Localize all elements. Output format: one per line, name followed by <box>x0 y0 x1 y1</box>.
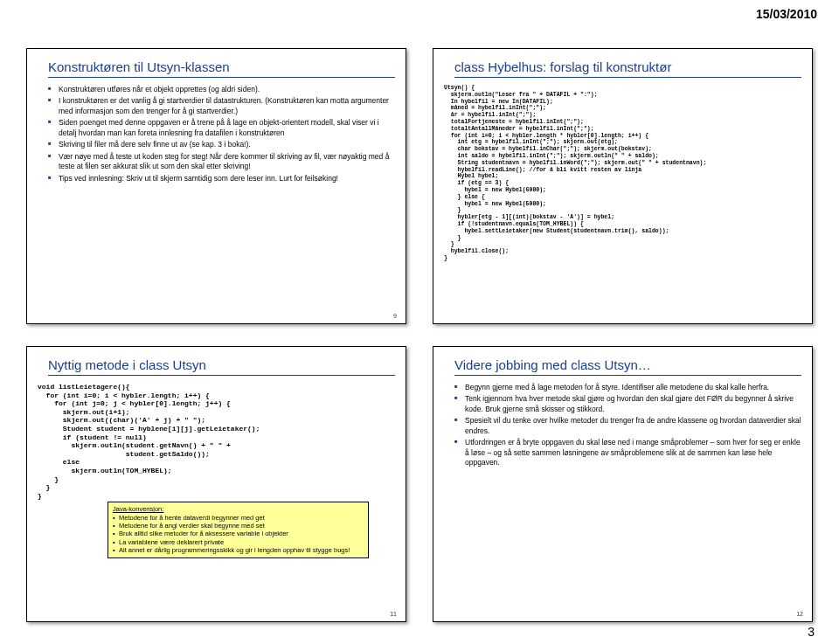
java-convention-note: Java-konvensjon: Metodene for å hente da… <box>107 502 369 557</box>
note-item: Metodene for å angi verdier skal begynne… <box>113 522 364 530</box>
list-item: Siden poenget med denne oppgaven er å tr… <box>48 118 395 138</box>
note-list: Metodene for å hente dataverdi begynner … <box>113 514 364 555</box>
list-item: Utfordringen er å bryte oppgaven du skal… <box>454 438 801 467</box>
slide-title: Videre jobbing med class Utsyn… <box>454 357 801 376</box>
slide-bottom-left: Nyttig metode i class Utsyn void listLei… <box>26 346 406 622</box>
slide-title: Nyttig metode i class Utsyn <box>48 357 395 376</box>
list-item: Tips ved innlesning: Skriv ut til skjerm… <box>48 174 395 184</box>
bullet-list: Konstruktøren utføres når et objekt oppr… <box>48 85 395 184</box>
slide-title: Konstruktøren til Utsyn-klassen <box>48 59 395 78</box>
bullet-list: Begynn gjerne med å lage metoden for å s… <box>454 383 801 468</box>
slide-bottom-right: Videre jobbing med class Utsyn… Begynn g… <box>433 346 813 622</box>
list-item: Konstruktøren utføres når et objekt oppr… <box>48 85 395 94</box>
code-block: void listLeietagere(){ for (int i=0; i <… <box>38 383 395 500</box>
slide-number: 11 <box>390 611 397 617</box>
code-block: Utsyn() { skjerm.outln("Leser fra " + DA… <box>444 85 801 262</box>
slide-number: 12 <box>796 611 803 617</box>
note-item: Bruk alltid slike metoder for å aksesser… <box>113 530 364 537</box>
list-item: Skriving til filer må dere selv finne ut… <box>48 140 395 149</box>
slide-title: class Hybelhus: forslag til konstruktør <box>454 59 801 78</box>
slide-number: 9 <box>393 313 397 319</box>
list-item: Spesielt vil du tenke over hvilke metode… <box>454 416 801 436</box>
note-title: Java-konvensjon: <box>113 505 163 513</box>
note-item: Metodene for å hente dataverdi begynner … <box>113 514 364 522</box>
list-item: Vær nøye med å teste ut koden steg for s… <box>48 152 395 172</box>
page-date: 15/03/2010 <box>756 7 817 21</box>
slide-top-right: class Hybelhus: forslag til konstruktør … <box>433 48 813 324</box>
note-item: Alt annet er dårlig programmeringsskikk … <box>113 546 364 554</box>
list-item: I konstruktøren er det vanlig å gi start… <box>48 96 395 116</box>
slide-top-left: Konstruktøren til Utsyn-klassen Konstruk… <box>26 48 406 324</box>
list-item: Tenk igjennom hva hver metode skal gjøre… <box>454 394 801 414</box>
list-item: Begynn gjerne med å lage metoden for å s… <box>454 383 801 392</box>
page-number: 3 <box>808 625 815 639</box>
note-item: La variablene være deklarert private <box>113 538 364 546</box>
slide-grid: Konstruktøren til Utsyn-klassen Konstruk… <box>26 48 813 622</box>
